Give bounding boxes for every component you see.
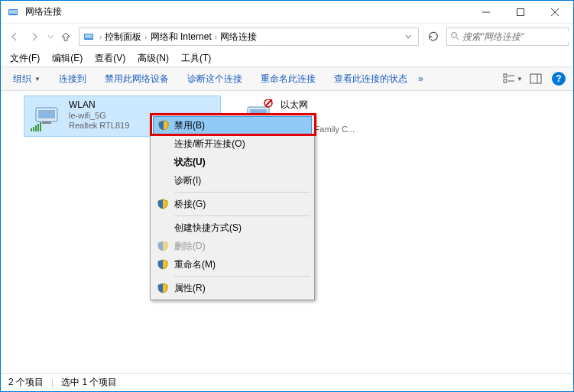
ctx-label: 属性(R) [174, 282, 206, 295]
search-input[interactable] [462, 31, 574, 42]
close-button[interactable] [537, 1, 572, 23]
adapter-ssid: le-wifi_5G [69, 111, 129, 120]
breadcrumb-root[interactable]: 控制面板 [103, 31, 143, 44]
organize-button[interactable]: 组织▼ [5, 70, 48, 89]
ctx-connect-disconnect[interactable]: 连接/断开连接(O) [153, 134, 312, 153]
svg-rect-17 [38, 110, 55, 118]
address-dropdown-icon[interactable] [401, 34, 415, 40]
context-menu: 禁用(B) 连接/断开连接(O) 状态(U) 诊断(I) 桥接(G) 创建快捷方… [150, 113, 315, 300]
search-icon [450, 31, 459, 42]
forward-button[interactable] [25, 28, 44, 46]
svg-rect-22 [37, 124, 39, 131]
help-button[interactable]: ? [549, 70, 569, 88]
address-icon [83, 31, 95, 43]
back-button[interactable] [5, 28, 24, 46]
ctx-label: 禁用(B) [174, 119, 205, 132]
status-bar: 2 个项目 | 选中 1 个项目 [1, 373, 573, 391]
ctx-disable[interactable]: 禁用(B) [153, 116, 312, 134]
svg-rect-21 [35, 125, 37, 131]
ctx-label: 连接/断开连接(O) [174, 138, 245, 151]
chevron-right-icon[interactable]: › [143, 33, 148, 41]
ctx-label: 诊断(I) [174, 174, 201, 187]
chevron-right-icon[interactable]: › [213, 33, 219, 41]
ctx-label: 创建快捷方式(S) [174, 222, 242, 235]
svg-point-8 [452, 33, 457, 38]
ctx-rename[interactable]: 重命名(M) [153, 255, 312, 274]
refresh-button[interactable] [423, 28, 442, 46]
overflow-chevron-icon[interactable]: » [418, 73, 423, 84]
adapter-name: WLAN [69, 99, 129, 110]
svg-rect-23 [40, 122, 41, 131]
menu-edit[interactable]: 编辑(E) [46, 50, 89, 66]
ctx-label: 重命名(M) [174, 258, 216, 271]
menu-advanced[interactable]: 高级(N) [131, 50, 175, 66]
svg-rect-20 [33, 127, 34, 131]
search-box[interactable] [446, 28, 569, 46]
item-count: 2 个项目 [8, 376, 44, 389]
shield-icon [157, 259, 168, 270]
svg-rect-7 [85, 34, 92, 38]
command-bar: 组织▼ 连接到 禁用此网络设备 诊断这个连接 重命名此连接 查看此连接的状态 »… [1, 66, 573, 91]
shield-icon [157, 283, 168, 293]
shield-icon [157, 199, 168, 209]
window-title: 网络连接 [24, 5, 469, 18]
separator: | [51, 377, 54, 388]
ctx-label: 状态(U) [174, 156, 206, 169]
breadcrumb-mid[interactable]: 网络和 Internet [149, 31, 213, 44]
svg-rect-18 [42, 121, 51, 124]
menu-tools[interactable]: 工具(T) [175, 50, 217, 66]
up-button[interactable] [57, 28, 74, 45]
chevron-right-icon[interactable]: › [98, 33, 103, 41]
ctx-label: 桥接(G) [174, 198, 206, 211]
address-bar[interactable]: › 控制面板 › 网络和 Internet › 网络连接 [79, 28, 419, 46]
breadcrumb-leaf[interactable]: 网络连接 [219, 31, 258, 44]
minimize-button[interactable] [469, 1, 503, 23]
svg-line-9 [456, 37, 459, 40]
view-status-button[interactable]: 查看此连接的状态 [326, 70, 415, 89]
ctx-properties[interactable]: 属性(R) [153, 279, 312, 297]
preview-pane-button[interactable] [526, 70, 546, 88]
ctx-label: 删除(D) [174, 240, 206, 253]
menubar: 文件(F) 编辑(E) 查看(V) 高级(N) 工具(T) [1, 50, 573, 66]
help-icon: ? [552, 72, 566, 86]
menu-view[interactable]: 查看(V) [89, 50, 131, 66]
history-dropdown-icon[interactable] [45, 34, 56, 40]
connect-to-button[interactable]: 连接到 [51, 70, 94, 89]
shield-icon [157, 241, 168, 251]
svg-rect-12 [504, 79, 507, 83]
app-icon [7, 6, 19, 18]
rename-button[interactable]: 重命名此连接 [253, 70, 323, 89]
ctx-create-shortcut[interactable]: 创建快捷方式(S) [153, 219, 312, 237]
shield-icon [158, 120, 169, 131]
ctx-status[interactable]: 状态(U) [153, 153, 312, 171]
ctx-bridge[interactable]: 桥接(G) [153, 195, 312, 213]
diagnose-button[interactable]: 诊断这个连接 [180, 70, 250, 89]
svg-rect-14 [530, 74, 541, 83]
signal-icon [31, 122, 41, 131]
ctx-delete: 删除(D) [153, 237, 312, 255]
menu-file[interactable]: 文件(F) [4, 50, 46, 66]
selected-count: 选中 1 个项目 [61, 376, 117, 389]
svg-rect-1 [9, 10, 17, 14]
separator [174, 215, 310, 216]
svg-rect-10 [504, 74, 507, 77]
adapter-name: 以太网 [281, 99, 355, 112]
disable-device-button[interactable]: 禁用此网络设备 [97, 70, 177, 89]
svg-rect-19 [31, 128, 32, 131]
svg-rect-3 [517, 8, 524, 15]
adapter-device: Realtek RTL819 [69, 121, 129, 130]
navigation-row: › 控制面板 › 网络和 Internet › 网络连接 [1, 24, 573, 50]
separator [174, 192, 310, 193]
window-titlebar: 网络连接 [1, 1, 573, 24]
view-options-button[interactable]: ▼ [503, 70, 523, 88]
maximize-button[interactable] [503, 1, 537, 23]
ctx-diagnose[interactable]: 诊断(I) [153, 171, 312, 190]
wifi-adapter-icon [31, 99, 63, 131]
separator [174, 276, 310, 277]
